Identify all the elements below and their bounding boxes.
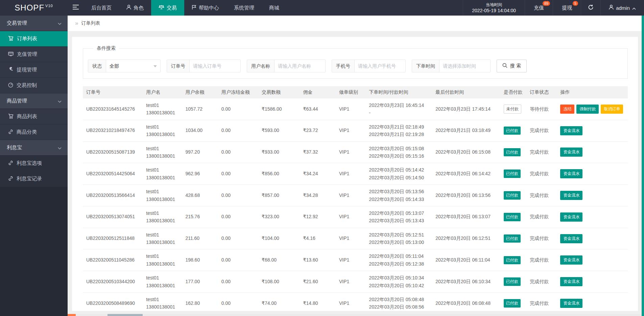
cell-commission: ₹37.32	[300, 141, 336, 163]
cell-actions: 资金流水	[557, 206, 628, 228]
cancel-button[interactable]: 取消订单	[601, 105, 623, 114]
flow-button[interactable]: 资金流水	[560, 299, 582, 308]
sidebar-item-lixibao-options[interactable]: 利息宝选项	[0, 156, 68, 171]
refresh-button[interactable]	[581, 0, 600, 16]
table-row: UB2203200513566414test0113800138001428.6…	[83, 185, 628, 206]
cell-level: VIP1	[336, 163, 366, 185]
cell-order-pay-time: 2022年03月20日 05:08:482022年03月20日 05:08:56	[366, 293, 432, 311]
order-no-input[interactable]	[190, 60, 240, 72]
cell-level: VIP1	[336, 98, 366, 120]
scales-icon	[159, 5, 164, 11]
cell-order-pay-time: 2022年03月20日 05:13:072022年03月20日 05:13:43	[366, 206, 432, 228]
nav-item-system[interactable]: 系统管理	[226, 0, 262, 16]
order-time-text: 2022年03月23日 16:45:14	[369, 101, 429, 109]
sidebar-item-trade-control[interactable]: 交易控制	[0, 78, 68, 93]
sidebar-group-lixibao[interactable]: 利息宝	[0, 140, 68, 156]
orders-table: 订单号 用户名 用户余额 用户冻结金额 交易数额 佣金 做单级别 下单时间/付款…	[83, 86, 628, 311]
cell-paid: 已付款	[500, 249, 526, 271]
status-selected-value: 全部	[110, 63, 119, 69]
recharge-button[interactable]: 充值 89	[525, 0, 553, 16]
search-button[interactable]: 搜 索	[497, 60, 527, 72]
flow-button[interactable]: 资金流水	[560, 255, 582, 265]
cell-commission: ₹21.60	[300, 271, 336, 293]
cell-amount: ₹323.00	[258, 206, 300, 228]
cell-last-pay-time: 2022年03月20日 06:08:48	[432, 293, 500, 311]
username-text: test01	[146, 101, 178, 109]
sidebar-item-withdraw-management[interactable]: 提现管理	[0, 62, 68, 78]
sidebar-item-goods-list[interactable]: 商品列表	[0, 109, 68, 125]
force-button[interactable]: 强制付款	[576, 105, 599, 114]
link-icon	[8, 129, 13, 135]
sidebar-toggle-button[interactable]	[68, 0, 84, 16]
cell-order-id: UB2203200513074051	[83, 206, 143, 228]
status-label: 状态	[88, 60, 106, 72]
user-menu[interactable]: admin	[600, 0, 644, 16]
nav-item-dashboard[interactable]: 后台首页	[84, 0, 119, 16]
freeze-button[interactable]: 冻结	[560, 105, 574, 114]
cell-order-status: 完成付款	[526, 141, 557, 163]
flow-button[interactable]: 资金流水	[560, 212, 582, 222]
cell-amount: ₹104.00	[258, 228, 300, 249]
sidebar-item-recharge-management[interactable]: 充值管理	[0, 47, 68, 62]
pay-time-text: -	[369, 109, 429, 116]
nav-label: 后台首页	[91, 5, 112, 11]
cell-frozen: 0.00	[218, 185, 258, 206]
gauge-icon	[8, 83, 13, 89]
table-row: UB2203200515087139test0113800138001997.2…	[83, 141, 628, 163]
cell-username: test0113800138001	[143, 271, 182, 293]
flow-button[interactable]: 资金流水	[560, 148, 582, 157]
cell-balance: 198.60	[182, 249, 218, 271]
nav-item-mall[interactable]: 商城	[262, 0, 287, 16]
order-table-body: UB2203231645145276test01138001380011057.…	[83, 98, 628, 311]
cell-paid: 已付款	[500, 228, 526, 249]
item-label: 商品分类	[17, 129, 37, 135]
cell-frozen: 0.00	[218, 98, 258, 120]
sidebar-item-order-list[interactable]: 订单列表	[0, 31, 68, 47]
cell-paid: 已付款	[500, 120, 526, 141]
sidebar-group-goods-management[interactable]: 商品管理	[0, 93, 68, 109]
cell-level: VIP1	[336, 249, 366, 271]
order-time-input[interactable]	[439, 60, 490, 72]
horizontal-scrollbar[interactable]	[68, 314, 642, 316]
nav-item-roles[interactable]: 角色	[119, 0, 151, 16]
cell-username: test0113800138001	[143, 293, 182, 311]
cell-username: test0113800138001	[143, 163, 182, 185]
cell-paid: 已付款	[500, 163, 526, 185]
cell-paid: 已付款	[500, 185, 526, 206]
flow-button[interactable]: 资金流水	[560, 126, 582, 135]
search-fieldset: 条件搜索 状态 全部 订单号 用户名称	[83, 45, 628, 79]
nav-item-trade[interactable]: 交易	[151, 0, 184, 16]
nav-label: 帮助中心	[199, 5, 219, 11]
sidebar-group-trade-management[interactable]: 交易管理	[0, 16, 68, 31]
nav-item-help-center[interactable]: 帮助中心	[184, 0, 226, 16]
flow-button[interactable]: 资金流水	[560, 277, 582, 286]
username-text: test01	[146, 209, 178, 217]
nav-label: 角色	[134, 5, 144, 11]
vertical-scrollbar[interactable]	[642, 16, 644, 316]
flow-button[interactable]: 资金流水	[560, 191, 582, 200]
col-level: 做单级别	[336, 86, 366, 98]
cell-balance: 997.20	[182, 141, 218, 163]
flow-button[interactable]: 资金流水	[560, 234, 582, 243]
cell-level: VIP1	[336, 185, 366, 206]
flow-button[interactable]: 资金流水	[560, 169, 582, 178]
phone-input[interactable]	[355, 60, 405, 72]
phone-label: 手机号	[332, 60, 355, 72]
horizontal-scrollbar-thumb[interactable]	[108, 314, 143, 316]
sidebar-item-lixibao-records[interactable]: 利息宝记录	[0, 171, 68, 187]
status-select[interactable]: 全部	[106, 60, 160, 72]
breadcrumb: » 订单列表	[68, 16, 644, 31]
cell-frozen: 0.00	[218, 271, 258, 293]
cell-actions: 资金流水	[557, 228, 628, 249]
cell-username: test0113800138001	[143, 141, 182, 163]
withdraw-label: 提现	[562, 5, 572, 11]
cell-order-pay-time: 2022年03月23日 16:45:14-	[366, 98, 432, 120]
sidebar-item-goods-category[interactable]: 商品分类	[0, 125, 68, 140]
app-window: SHOPFV10 后台首页 角色 交易 帮助中心 系统管理 商城	[0, 0, 644, 316]
cell-last-pay-time: 2022年03月20日 06:13:56	[432, 185, 500, 206]
order-no-label: 订单号	[167, 60, 190, 72]
table-row: UB2203200510344200test0113800138001177.0…	[83, 271, 628, 293]
withdraw-button[interactable]: 提现 5	[553, 0, 581, 16]
user-name-input[interactable]	[275, 60, 325, 72]
cell-last-pay-time: 2022年03月23日 17:45:14	[432, 98, 500, 120]
